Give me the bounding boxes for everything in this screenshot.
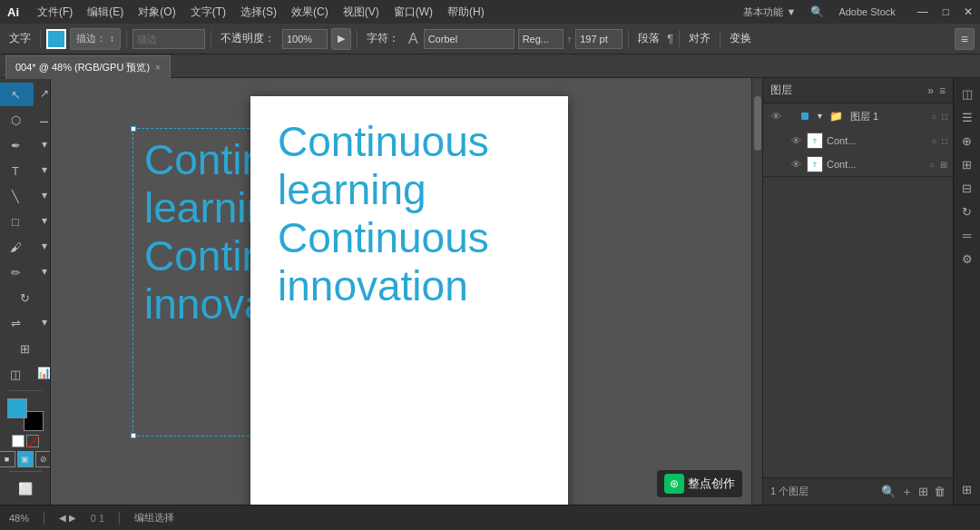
selection-info: 编组选择 <box>134 511 174 525</box>
window-restore[interactable]: □ <box>943 5 949 18</box>
menu-type[interactable]: 文字(T) <box>191 5 226 20</box>
brush-tool[interactable]: 🖌 <box>0 235 34 259</box>
rect-tool[interactable]: □ <box>0 210 34 233</box>
lasso-tool[interactable]: ⚊ <box>35 107 51 131</box>
transform-icon[interactable]: ↻ <box>957 201 977 221</box>
pathfinder-icon[interactable]: ⊟ <box>957 178 977 198</box>
stroke-panel-icon[interactable]: ═ <box>957 225 977 245</box>
brush-submenu[interactable]: ▾ <box>35 234 51 258</box>
gradient-tool[interactable]: ◫ <box>0 362 34 386</box>
font-size-up-icon[interactable]: ↑ <box>567 34 573 44</box>
color-selector[interactable] <box>7 398 44 431</box>
opacity-input[interactable] <box>282 29 328 49</box>
navigator-arrows[interactable]: ◀ ▶ <box>59 513 76 523</box>
pen-submenu[interactable]: ▾ <box>35 132 51 156</box>
bar-chart-tool[interactable]: 📊 <box>35 361 51 385</box>
direct-selection-tool[interactable]: ↗ <box>35 82 51 105</box>
color-mode-btn[interactable]: ■ <box>0 451 15 467</box>
layer-1-row[interactable]: 👁 ▼ 📁 图层 1 ○ □ <box>763 103 953 129</box>
left-toolbar: ↖ ↗ ⬡ ⚊ ✒ ▾ T ▾ ╲ ▾ □ ▾ 🖌 ▾ ✏ ▾ <box>0 78 51 505</box>
mirror-submenu[interactable]: ▾ <box>35 310 51 334</box>
menu-window[interactable]: 窗口(W) <box>394 5 433 20</box>
menu-view[interactable]: 视图(V) <box>343 5 379 20</box>
stroke-input[interactable] <box>132 29 205 49</box>
font-style-input[interactable] <box>518 29 564 49</box>
settings-icon[interactable]: ⚙ <box>957 249 977 269</box>
pen-tool[interactable]: ✒ <box>0 133 34 157</box>
libraries-icon[interactable]: ☰ <box>957 107 977 127</box>
stroke-dropdown[interactable]: 描边： ↕ <box>70 28 121 50</box>
gradient-btn[interactable]: ▣ <box>17 451 34 467</box>
font-size-input[interactable] <box>575 29 622 49</box>
sublayer-target-2[interactable]: ○ <box>929 160 935 170</box>
menu-help[interactable]: 帮助(H) <box>447 5 485 20</box>
panel-duplicate-icon[interactable]: ⊞ <box>918 485 928 498</box>
sublayer-vis-2[interactable]: ⊞ <box>940 160 947 170</box>
sublayer-visibility-icon-2[interactable]: 👁 <box>789 159 803 170</box>
align-icon[interactable]: ⊞ <box>957 154 977 174</box>
window-min[interactable]: — <box>917 5 928 18</box>
menu-edit[interactable]: 编辑(E) <box>87 5 123 20</box>
pencil-submenu[interactable]: ▾ <box>35 260 51 283</box>
fill-color-swatch[interactable] <box>46 29 66 49</box>
screen-mode-btn[interactable]: ⬜ <box>7 476 44 500</box>
layer-visibility-icon[interactable]: 👁 <box>769 111 783 122</box>
layer-sub-2[interactable]: 👁 T Cont... ○ ⊞ <box>763 152 953 176</box>
main-area: ↖ ↗ ⬡ ⚊ ✒ ▾ T ▾ ╲ ▾ □ ▾ 🖌 ▾ ✏ ▾ <box>0 78 980 505</box>
layer-color-indicator <box>801 113 808 120</box>
canvas-scrollbar[interactable] <box>751 78 762 505</box>
sublayer-vis-1[interactable]: □ <box>942 136 947 146</box>
transform-label: 变换 <box>726 31 755 46</box>
opacity-arrow[interactable]: ▶ <box>331 28 351 50</box>
pencil-tool[interactable]: ✏ <box>0 260 34 284</box>
line-tool[interactable]: ╲ <box>0 184 34 208</box>
handle-tl[interactable] <box>131 126 136 132</box>
panel-expand-icon[interactable]: » <box>927 84 934 97</box>
menu-select[interactable]: 选择(S) <box>240 5 277 20</box>
side-extra-icon[interactable]: ⊞ <box>957 479 977 499</box>
line-submenu[interactable]: ▾ <box>35 183 51 207</box>
magic-wand-tool[interactable]: ⬡ <box>0 108 34 132</box>
status-bar: 48% ◀ ▶ 0 1 编组选择 <box>0 505 980 530</box>
layer-vis-btn[interactable]: □ <box>942 112 947 122</box>
mirror-tool[interactable]: ⇌ <box>0 311 34 335</box>
fill-color-box[interactable] <box>7 398 27 418</box>
document-tab[interactable]: 004* @ 48% (RGB/GPU 预览) × <box>5 55 171 79</box>
coords-display: 0 1 <box>91 513 104 524</box>
scale-tool[interactable]: ⊞ <box>7 337 44 360</box>
panel-menu-icon[interactable]: ≡ <box>939 84 946 97</box>
right-text-content: Continuous learning Continuous innovatio… <box>250 96 568 332</box>
rotate-tool[interactable]: ↻ <box>7 286 44 309</box>
sublayer-visibility-icon-1[interactable]: 👁 <box>789 135 803 146</box>
menu-object[interactable]: 对象(O) <box>138 5 175 20</box>
none-swatch[interactable] <box>26 435 39 447</box>
layer-sub-1[interactable]: 👁 T Cont... ○ □ <box>763 129 953 152</box>
window-close[interactable]: ✕ <box>964 5 973 18</box>
sublayer-target-1[interactable]: ○ <box>931 136 936 146</box>
layer-target-btn[interactable]: ○ <box>931 112 936 122</box>
appearance-icon[interactable]: ◫ <box>957 83 977 103</box>
white-swatch[interactable] <box>12 435 24 447</box>
paragraph-icon[interactable]: ¶ <box>667 32 673 45</box>
pattern-btn[interactable]: ⊘ <box>35 451 52 467</box>
text-tool[interactable]: T <box>0 159 34 182</box>
handle-bl[interactable] <box>131 433 136 438</box>
text-submenu[interactable]: ▾ <box>35 158 51 182</box>
panel-toggle[interactable]: ≡ <box>955 28 975 50</box>
rect-submenu[interactable]: ▾ <box>35 209 51 232</box>
scrollbar-thumb[interactable] <box>754 96 761 151</box>
menu-effect[interactable]: 效果(C) <box>291 5 328 20</box>
tab-close-button[interactable]: × <box>155 63 161 73</box>
font-name-input[interactable] <box>424 29 514 49</box>
search-icon[interactable]: 🔍 <box>810 5 824 18</box>
panel-search-icon[interactable]: 🔍 <box>881 485 896 498</box>
selection-tool[interactable]: ↖ <box>0 83 34 106</box>
sublayer-2-name: Cont... <box>827 159 926 170</box>
cc-icon[interactable]: ⊕ <box>957 131 977 151</box>
menu-file[interactable]: 文件(F) <box>37 5 73 20</box>
panel-add-icon[interactable]: ＋ <box>901 484 913 500</box>
align-label: 对齐 <box>685 31 714 46</box>
layer-expand-arrow[interactable]: ▼ <box>816 112 824 121</box>
right-line4: innovation <box>278 262 541 310</box>
panel-delete-icon[interactable]: 🗑 <box>934 485 946 498</box>
